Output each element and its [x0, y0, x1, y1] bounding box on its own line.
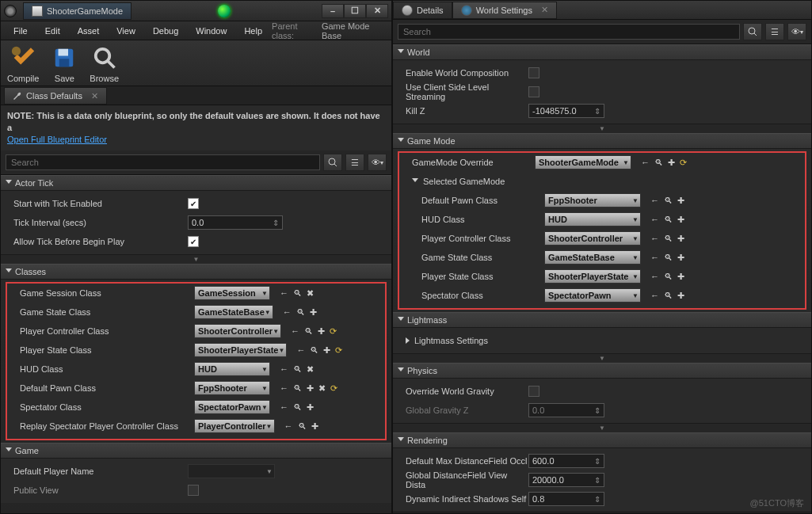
world-settings-tab[interactable]: World Settings ✕: [452, 2, 557, 19]
find-icon[interactable]: 🔍︎: [654, 158, 663, 167]
menu-file[interactable]: File: [6, 24, 36, 38]
menu-help[interactable]: Help: [236, 24, 270, 38]
section-game mode[interactable]: Game Mode: [393, 133, 811, 149]
section-lightmass[interactable]: Lightmass: [393, 312, 811, 328]
visibility-button[interactable]: 👁▾: [368, 154, 387, 171]
number-input[interactable]: 0.8⇕: [528, 492, 604, 506]
class-dropdown[interactable]: GameStateBase▼: [544, 250, 641, 265]
expand-bar[interactable]: [1, 254, 391, 264]
use-arrow-icon[interactable]: ←: [641, 158, 650, 167]
expand-bar[interactable]: [393, 124, 811, 133]
find-icon[interactable]: 🔍︎: [304, 326, 313, 336]
find-icon[interactable]: 🔍︎: [310, 345, 318, 355]
default-icon[interactable]: ⟳: [680, 158, 687, 168]
section-world[interactable]: World: [393, 44, 811, 60]
use-arrow-icon[interactable]: ←: [280, 364, 288, 374]
section-rendering[interactable]: Rendering: [393, 432, 811, 448]
find-icon[interactable]: 🔍︎: [664, 234, 673, 243]
asset-tab[interactable]: ShooterGameMode: [23, 2, 132, 20]
browse-button[interactable]: Browse: [90, 44, 119, 83]
use-arrow-icon[interactable]: ←: [650, 234, 659, 243]
class-dropdown[interactable]: ShooterPlayerState▼: [544, 269, 641, 284]
class-dropdown[interactable]: SpectatorPawn▼: [194, 400, 270, 414]
checkbox[interactable]: [188, 236, 199, 247]
number-input[interactable]: 20000.0⇕: [528, 473, 604, 487]
find-icon[interactable]: 🔍︎: [664, 253, 673, 262]
find-icon[interactable]: 🔍︎: [293, 364, 302, 374]
default-icon[interactable]: ⟳: [330, 383, 337, 394]
class-dropdown[interactable]: SpectatorPawn▼: [544, 288, 641, 303]
use-arrow-icon[interactable]: ←: [283, 307, 292, 317]
add-icon[interactable]: ✚: [677, 272, 684, 282]
checkbox[interactable]: [528, 386, 539, 397]
class-dropdown[interactable]: ShooterPlayerState▼: [194, 343, 287, 357]
reset-icon[interactable]: ✖: [318, 383, 326, 394]
add-icon[interactable]: ✚: [310, 307, 317, 318]
add-icon[interactable]: ✚: [677, 291, 684, 301]
class-dropdown[interactable]: ShooterController▼: [194, 324, 281, 338]
default-icon[interactable]: ⟳: [330, 326, 337, 337]
open-full-editor-link[interactable]: Open Full Blueprint Editor: [7, 135, 107, 144]
reset-icon[interactable]: ✖: [307, 364, 314, 375]
number-input[interactable]: 0.0⇕: [528, 403, 604, 417]
find-icon[interactable]: 🔍︎: [664, 215, 673, 224]
section-game[interactable]: Game: [1, 443, 391, 459]
section-physics[interactable]: Physics: [393, 363, 811, 379]
expand-bar[interactable]: [393, 423, 811, 432]
window-close[interactable]: ✕: [366, 4, 388, 18]
class-dropdown[interactable]: PlayerController▼: [194, 419, 275, 433]
section-actor-tick[interactable]: Actor Tick: [1, 175, 391, 191]
list-view-button[interactable]: ☰: [345, 154, 364, 171]
find-icon[interactable]: 🔍︎: [664, 291, 673, 300]
parent-class-link[interactable]: Game Mode Base: [322, 21, 387, 40]
expand-bar[interactable]: [393, 512, 811, 513]
find-icon[interactable]: 🔍︎: [293, 383, 302, 393]
number-input[interactable]: 0.0⇕: [188, 215, 283, 230]
number-input[interactable]: -1048575.0⇕: [528, 104, 604, 118]
add-icon[interactable]: ✚: [311, 421, 318, 432]
menu-asset[interactable]: Asset: [70, 24, 108, 38]
find-icon[interactable]: 🔍︎: [298, 421, 307, 431]
use-arrow-icon[interactable]: ←: [280, 402, 288, 412]
class-dropdown[interactable]: GameSession▼: [194, 286, 270, 300]
menu-view[interactable]: View: [109, 24, 143, 38]
subsection[interactable]: Selected GameMode: [399, 172, 805, 191]
checkbox[interactable]: [528, 67, 539, 78]
add-icon[interactable]: ✚: [677, 196, 684, 206]
list-view-button[interactable]: ☰: [765, 23, 784, 40]
window-maximize[interactable]: ☐: [344, 4, 366, 18]
class-defaults-tab[interactable]: Class Defaults ✕: [4, 87, 107, 105]
use-arrow-icon[interactable]: ←: [296, 345, 305, 355]
class-dropdown[interactable]: HUD▼: [194, 362, 270, 376]
expand-icon[interactable]: [406, 337, 410, 344]
use-arrow-icon[interactable]: ←: [291, 326, 299, 336]
close-icon[interactable]: ✕: [541, 5, 548, 15]
reset-icon[interactable]: ✖: [307, 288, 314, 299]
find-icon[interactable]: 🔍︎: [664, 272, 673, 281]
text-dropdown[interactable]: ▼: [188, 464, 275, 478]
use-arrow-icon[interactable]: ←: [650, 253, 659, 262]
use-arrow-icon[interactable]: ←: [280, 383, 288, 393]
class-dropdown[interactable]: HUD▼: [544, 212, 641, 227]
find-icon[interactable]: 🔍︎: [664, 196, 673, 205]
default-icon[interactable]: ⟳: [335, 345, 342, 356]
search-input-right[interactable]: [398, 24, 740, 40]
number-input[interactable]: 600.0⇕: [528, 454, 604, 468]
close-icon[interactable]: ✕: [91, 91, 98, 101]
use-arrow-icon[interactable]: ←: [650, 196, 659, 205]
class-dropdown[interactable]: GameStateBase▼: [194, 305, 273, 319]
visibility-button[interactable]: 👁▾: [787, 23, 806, 40]
menu-debug[interactable]: Debug: [145, 24, 186, 38]
add-icon[interactable]: ✚: [677, 215, 684, 225]
window-minimize[interactable]: –: [322, 4, 344, 18]
add-icon[interactable]: ✚: [307, 402, 314, 413]
menu-window[interactable]: Window: [188, 24, 234, 38]
checkbox[interactable]: [188, 198, 199, 209]
add-icon[interactable]: ✚: [323, 345, 330, 356]
section-classes[interactable]: Classes: [1, 264, 391, 280]
find-icon[interactable]: 🔍︎: [293, 402, 302, 412]
use-arrow-icon[interactable]: ←: [284, 421, 293, 431]
use-arrow-icon[interactable]: ←: [650, 215, 659, 224]
class-dropdown[interactable]: FppShooter▼: [544, 193, 641, 208]
use-arrow-icon[interactable]: ←: [280, 288, 288, 298]
